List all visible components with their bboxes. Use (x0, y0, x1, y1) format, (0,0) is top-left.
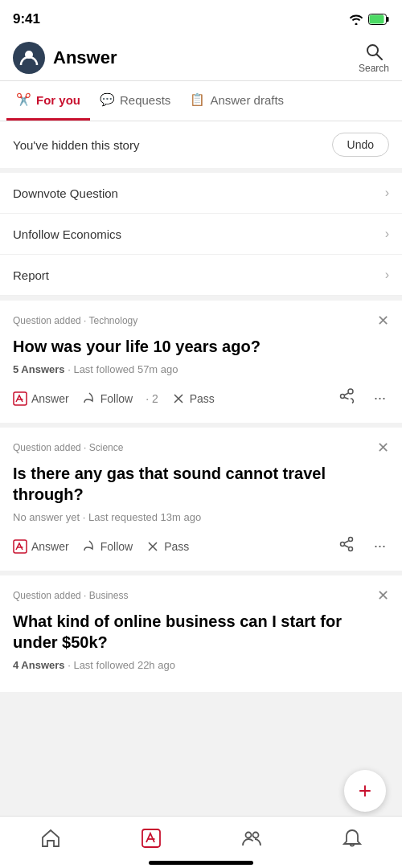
question-card-2: Question added · Science ✕ Is there any … (0, 428, 402, 571)
menu-item-downvote[interactable]: Downvote Question › (0, 173, 402, 214)
card-actions-2: Answer Follow Pass ··· (13, 533, 389, 559)
answer-count-3: 4 Answers (13, 659, 65, 671)
card-meta-1: Question added · Technology ✕ (13, 312, 389, 330)
home-icon (40, 828, 61, 849)
fab-button[interactable]: + (344, 770, 386, 812)
pass-icon-2 (146, 539, 160, 554)
answer-count-1: 5 Answers (13, 363, 65, 375)
tab-requests-label: Requests (120, 93, 170, 107)
svg-point-12 (245, 833, 251, 838)
svg-rect-7 (14, 540, 27, 553)
card-category-3: Question added · Business (13, 590, 128, 601)
nav-people[interactable] (232, 825, 272, 852)
svg-point-9 (348, 538, 352, 542)
fab-icon: + (359, 778, 371, 804)
no-answer-2: No answer yet (13, 511, 80, 523)
question-title-1: How was your life 10 years ago? (13, 336, 389, 357)
close-card-2[interactable]: ✕ (377, 439, 389, 457)
card-stats-1: 5 Answers · Last followed 57m ago (13, 363, 389, 375)
pass-button-1[interactable]: Pass (171, 388, 215, 409)
svg-rect-5 (14, 392, 27, 405)
downvote-label: Downvote Question (13, 186, 118, 200)
search-label: Search (359, 63, 389, 74)
follow-button-2[interactable]: Follow (82, 536, 133, 557)
bell-icon (342, 828, 363, 849)
menu-item-report[interactable]: Report › (0, 255, 402, 296)
svg-rect-1 (387, 17, 389, 22)
status-time: 9:41 (13, 11, 40, 27)
tab-for-you-icon: ✂️ (16, 92, 31, 107)
downvote-chevron: › (385, 186, 389, 200)
nav-bell[interactable] (332, 825, 372, 852)
home-bar (149, 861, 253, 865)
status-icons (349, 14, 389, 25)
nav-home[interactable] (31, 825, 71, 852)
follow-label-1: Follow (100, 392, 133, 405)
share-icon-1 (338, 388, 355, 404)
svg-point-6 (340, 395, 344, 399)
answer-label-2: Answer (31, 540, 69, 553)
card-meta-3: Question added · Business ✕ (13, 587, 389, 604)
tab-answer-drafts[interactable]: 📋 Answer drafts (180, 81, 293, 121)
menu-options: Downvote Question › Unfollow Economics ›… (0, 173, 402, 296)
tab-for-you[interactable]: ✂️ For you (6, 81, 90, 121)
follow-icon-2 (82, 539, 96, 554)
close-card-1[interactable]: ✕ (377, 312, 389, 330)
question-title-3: What kind of online business can I start… (13, 611, 389, 653)
tab-answer-drafts-icon: 📋 (190, 92, 205, 107)
home-indicator (0, 861, 402, 865)
answer-button-1[interactable]: Answer (13, 388, 69, 409)
tab-requests[interactable]: 💬 Requests (90, 81, 180, 121)
card-stats-3: 4 Answers · Last followed 22h ago (13, 659, 389, 671)
tabs: ✂️ For you 💬 Requests 📋 Answer drafts (0, 81, 402, 121)
share-button-2[interactable] (335, 533, 358, 559)
follow-label-2: Follow (100, 540, 133, 553)
pass-icon-1 (171, 391, 186, 406)
stats-detail-1: · Last followed 57m ago (68, 363, 178, 375)
hidden-story-text: You've hidden this story (13, 138, 139, 152)
svg-rect-11 (142, 829, 160, 847)
more-button-1[interactable]: ··· (371, 387, 389, 410)
tab-answer-drafts-label: Answer drafts (210, 93, 284, 107)
question-title-2: Is there any gas that sound cannot trave… (13, 463, 389, 505)
people-icon (241, 828, 262, 849)
nav-answer[interactable] (131, 825, 171, 852)
answer-label-1: Answer (31, 392, 69, 405)
unfollow-chevron: › (385, 227, 389, 241)
report-label: Report (13, 268, 49, 282)
search-button[interactable]: Search (359, 42, 389, 74)
pass-button-2[interactable]: Pass (146, 536, 189, 557)
close-card-3[interactable]: ✕ (377, 587, 389, 604)
header-left: Answer (13, 42, 117, 74)
card-category-1: Question added · Technology (13, 315, 137, 326)
svg-rect-2 (370, 15, 384, 24)
question-card-1: Question added · Technology ✕ How was yo… (0, 301, 402, 423)
share-button-1[interactable] (335, 385, 358, 411)
card-stats-2: No answer yet · Last requested 13m ago (13, 511, 389, 523)
answer-icon-1 (13, 391, 27, 406)
svg-point-13 (252, 833, 258, 838)
card-actions-1: Answer Follow · 2 Pass ··· (13, 385, 389, 411)
share-icon-2 (338, 536, 355, 552)
answer-button-2[interactable]: Answer (13, 536, 69, 557)
report-chevron: › (385, 268, 389, 282)
undo-button[interactable]: Undo (332, 133, 389, 157)
search-icon (364, 42, 384, 61)
card-meta-2: Question added · Science ✕ (13, 439, 389, 457)
tab-requests-icon: 💬 (100, 92, 115, 107)
hidden-story-banner: You've hidden this story Undo (0, 121, 402, 168)
question-card-3: Question added · Business ✕ What kind of… (0, 575, 402, 692)
svg-point-8 (340, 542, 344, 547)
pass-label-1: Pass (190, 392, 215, 405)
status-bar: 9:41 (0, 0, 402, 35)
unfollow-label: Unfollow Economics (13, 227, 121, 241)
header: Answer Search (0, 35, 402, 81)
app-title: Answer (53, 47, 117, 68)
more-button-2[interactable]: ··· (371, 534, 389, 558)
pass-label-2: Pass (164, 540, 189, 553)
follow-button-1[interactable]: Follow (82, 388, 133, 409)
svg-point-10 (348, 547, 352, 551)
menu-item-unfollow[interactable]: Unfollow Economics › (0, 214, 402, 255)
stats-detail-3: · Last followed 22h ago (68, 659, 175, 671)
card-category-2: Question added · Science (13, 442, 123, 453)
